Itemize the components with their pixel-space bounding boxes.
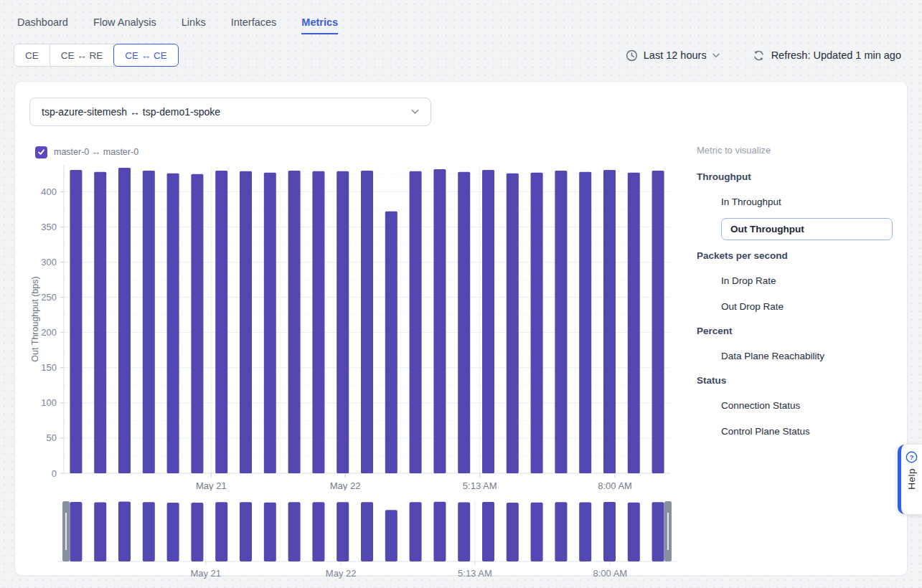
tab-ce[interactable]: CE: [14, 44, 50, 67]
throughput-bar-chart: 050100150200250300350400May 21May 225:13…: [29, 162, 677, 490]
svg-text:5:13 AM: 5:13 AM: [458, 568, 492, 579]
metric-option-out-throughput[interactable]: Out Throughput: [721, 218, 893, 240]
metric-group-percent: PercentData Plane Reachability: [697, 326, 893, 363]
time-range-label: Last 12 hours: [644, 49, 707, 61]
svg-text:?: ?: [909, 453, 913, 461]
time-controls: Last 12 hours Refresh: Updated 1 min ago: [626, 49, 901, 62]
tab-ce-ce[interactable]: CE ↔ CE: [113, 44, 179, 67]
nav-item-flow-analysis[interactable]: Flow Analysis: [93, 16, 156, 34]
help-label: Help: [906, 468, 917, 490]
svg-text:400: 400: [41, 186, 57, 197]
refresh-button[interactable]: Refresh: Updated 1 min ago: [753, 49, 901, 62]
nav-item-interfaces[interactable]: Interfaces: [231, 16, 277, 34]
question-circle-icon: ?: [905, 451, 918, 463]
nav-item-links[interactable]: Links: [182, 16, 206, 34]
nav-item-metrics[interactable]: Metrics: [301, 16, 338, 34]
series-checkbox[interactable]: [35, 146, 47, 158]
scope-tabs: CECE ↔ RECE ↔ CE: [14, 44, 179, 67]
metric-group-packets-per-second: Packets per secondIn Drop RateOut Drop R…: [697, 250, 893, 313]
svg-text:May 22: May 22: [326, 568, 357, 579]
chart-navigator[interactable]: May 21May 225:13 AM8:00 AM: [29, 498, 677, 582]
controls-row: CECE ↔ RECE ↔ CE Last 12 hours Refresh: …: [14, 44, 901, 67]
svg-text:Out Throughput (bps): Out Throughput (bps): [30, 276, 40, 361]
clock-icon: [626, 49, 638, 62]
metric-option-control-plane-status[interactable]: Control Plane Status: [721, 425, 893, 438]
svg-text:250: 250: [41, 292, 57, 303]
chart-area: master-0 ↔ master-0 05010015020025030035…: [29, 145, 677, 585]
svg-text:May 22: May 22: [330, 480, 361, 490]
metric-option-data-plane-reachability[interactable]: Data Plane Reachability: [721, 349, 893, 363]
svg-text:0: 0: [52, 468, 57, 479]
svg-text:5:13 AM: 5:13 AM: [463, 480, 497, 490]
metric-group-throughput: ThroughputIn ThroughputOut Throughput: [697, 171, 893, 240]
metric-sidebar: Metric to visualize ThroughputIn Through…: [677, 145, 893, 585]
check-icon: [37, 148, 45, 156]
svg-text:8:00 AM: 8:00 AM: [593, 568, 627, 579]
metric-option-connection-status[interactable]: Connection Status: [721, 399, 893, 412]
svg-text:50: 50: [47, 432, 57, 443]
link-pair-select[interactable]: tsp-azure-sitemesh ↔ tsp-demo1-spoke: [29, 98, 431, 126]
help-button[interactable]: ? Help: [898, 445, 922, 514]
metric-group-status: StatusConnection StatusControl Plane Sta…: [697, 375, 893, 438]
time-range-dropdown[interactable]: Last 12 hours: [626, 49, 720, 62]
svg-text:200: 200: [41, 327, 57, 338]
refresh-label: Refresh: Updated 1 min ago: [771, 49, 901, 61]
svg-text:300: 300: [41, 257, 57, 267]
brush-handle-left[interactable]: [62, 501, 70, 561]
top-nav: DashboardFlow AnalysisLinksInterfacesMet…: [0, 0, 922, 34]
metric-option-out-drop-rate[interactable]: Out Drop Rate: [721, 300, 893, 313]
metric-group-header: Percent: [697, 326, 893, 336]
sidebar-title: Metric to visualize: [697, 145, 893, 156]
brush-handle-right[interactable]: [664, 501, 672, 561]
chevron-down-icon: [712, 53, 720, 58]
svg-text:150: 150: [41, 362, 57, 373]
svg-text:May 21: May 21: [196, 480, 227, 490]
svg-text:350: 350: [41, 222, 57, 232]
metric-option-in-drop-rate[interactable]: In Drop Rate: [721, 274, 893, 288]
refresh-icon: [753, 49, 765, 62]
tab-ce-re[interactable]: CE ↔ RE: [50, 44, 115, 67]
metrics-panel: tsp-azure-sitemesh ↔ tsp-demo1-spoke mas…: [14, 81, 908, 576]
link-pair-value: tsp-azure-sitemesh ↔ tsp-demo1-spoke: [42, 106, 220, 118]
chevron-down-icon: [411, 109, 419, 115]
svg-text:May 21: May 21: [190, 568, 221, 579]
nav-item-dashboard[interactable]: Dashboard: [17, 16, 68, 34]
svg-text:100: 100: [41, 397, 57, 408]
series-label: master-0 ↔ master-0: [54, 147, 138, 157]
svg-text:8:00 AM: 8:00 AM: [598, 480, 632, 490]
metric-group-header: Throughput: [697, 171, 893, 182]
series-legend: master-0 ↔ master-0: [35, 145, 677, 159]
metric-option-in-throughput[interactable]: In Throughput: [721, 195, 893, 209]
metric-group-header: Packets per second: [697, 250, 893, 261]
metric-group-header: Status: [697, 375, 893, 386]
